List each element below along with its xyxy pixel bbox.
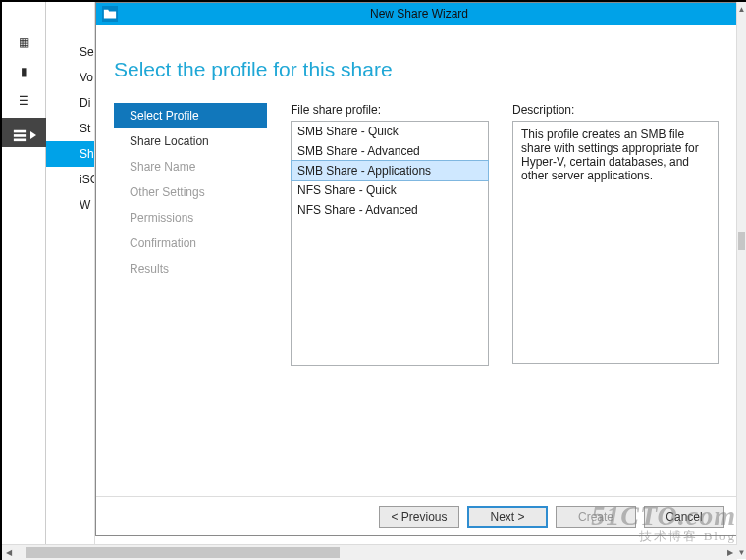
- scroll-up-arrow-icon[interactable]: ▲: [737, 2, 746, 16]
- file-services-icon[interactable]: [2, 118, 46, 147]
- horizontal-scroll-track[interactable]: [16, 545, 723, 560]
- profile-option-smb-quick[interactable]: SMB Share - Quick: [292, 122, 488, 141]
- wizard-steps-list: Select Profile Share Location Share Name…: [114, 103, 267, 281]
- subnav-item-servers[interactable]: Se: [46, 39, 94, 65]
- svg-rect-2: [13, 139, 25, 142]
- subnav-item-workfolders[interactable]: W: [46, 192, 94, 218]
- server-manager-iconstrip: ▦ ▮ ☰: [2, 2, 46, 559]
- server-icon[interactable]: ▮: [2, 59, 46, 88]
- next-button[interactable]: Next >: [467, 506, 548, 528]
- svg-rect-0: [13, 130, 25, 133]
- profile-option-smb-advanced[interactable]: SMB Share - Advanced: [292, 141, 488, 161]
- file-services-subnav: Se Vo Di St Sh iSC W: [46, 2, 95, 559]
- window-vertical-scrollbar[interactable]: ▲ ▼: [736, 2, 746, 559]
- profile-option-nfs-advanced[interactable]: NFS Share - Advanced: [292, 200, 488, 220]
- previous-button[interactable]: < Previous: [379, 506, 459, 528]
- wizard-title: New Share Wizard: [102, 7, 736, 21]
- description-box: This profile creates an SMB file share w…: [512, 121, 719, 364]
- subnav-item-storage[interactable]: St: [46, 116, 94, 141]
- window-horizontal-scrollbar[interactable]: ◀ ▶: [2, 544, 737, 560]
- subnav-item-volumes[interactable]: Vo: [46, 65, 94, 90]
- step-results: Results: [114, 256, 267, 281]
- all-servers-icon[interactable]: ☰: [2, 88, 46, 118]
- scroll-down-arrow-icon[interactable]: ▼: [737, 545, 746, 559]
- wizard-heading: Select the profile for this share: [114, 58, 719, 81]
- profile-option-smb-applications[interactable]: SMB Share - Applications: [291, 160, 489, 181]
- wizard-footer: < Previous Next > Create Cancel: [96, 496, 736, 535]
- step-other-settings: Other Settings: [114, 179, 267, 205]
- create-button: Create: [556, 506, 636, 528]
- svg-rect-1: [13, 134, 25, 137]
- step-permissions: Permissions: [114, 205, 267, 230]
- subnav-item-disks[interactable]: Di: [46, 90, 94, 116]
- dashboard-icon[interactable]: ▦: [2, 29, 46, 59]
- profile-listbox[interactable]: SMB Share - Quick SMB Share - Advanced S…: [291, 121, 489, 366]
- scroll-left-arrow-icon[interactable]: ◀: [2, 545, 16, 560]
- profile-option-nfs-quick[interactable]: NFS Share - Quick: [292, 180, 488, 200]
- profile-list-label: File share profile:: [291, 103, 489, 117]
- new-share-wizard-window: New Share Wizard Select the profile for …: [95, 2, 737, 536]
- horizontal-scroll-thumb[interactable]: [26, 547, 340, 558]
- scroll-right-arrow-icon[interactable]: ▶: [723, 545, 737, 560]
- step-select-profile[interactable]: Select Profile: [114, 103, 267, 128]
- wizard-titlebar[interactable]: New Share Wizard: [96, 3, 736, 25]
- subnav-item-iscsi[interactable]: iSC: [46, 167, 94, 192]
- expand-arrow-icon: [30, 131, 36, 139]
- step-confirmation: Confirmation: [114, 230, 267, 256]
- scroll-thumb[interactable]: [738, 232, 745, 250]
- description-text: This profile creates an SMB file share w…: [521, 127, 699, 182]
- subnav-item-shares[interactable]: Sh: [46, 141, 94, 167]
- cancel-button[interactable]: Cancel: [644, 506, 724, 528]
- step-share-name: Share Name: [114, 154, 267, 179]
- step-share-location[interactable]: Share Location: [114, 128, 267, 154]
- description-label: Description:: [512, 103, 719, 117]
